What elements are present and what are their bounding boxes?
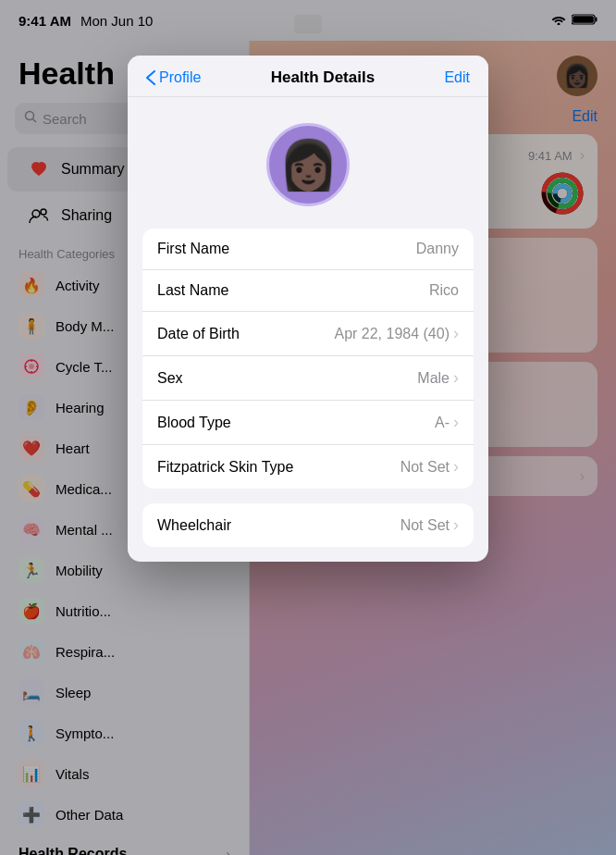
modal-edit-button[interactable]: Edit: [444, 69, 470, 86]
date-of-birth-row[interactable]: Date of Birth Apr 22, 1984 (40): [142, 312, 474, 356]
last-name-label: Last Name: [157, 282, 228, 299]
modal-avatar-section: 👩🏿: [128, 97, 488, 229]
last-name-row[interactable]: Last Name Rico: [142, 270, 474, 312]
modal-header: Profile Health Details Edit: [128, 56, 488, 97]
fitzpatrick-row[interactable]: Fitzpatrick Skin Type Not Set: [142, 445, 474, 489]
blood-type-value: A-: [435, 413, 459, 432]
wheelchair-label: Wheelchair: [157, 517, 231, 534]
fitzpatrick-label: Fitzpatrick Skin Type: [157, 459, 293, 476]
sex-row[interactable]: Sex Male: [142, 356, 474, 401]
wheelchair-section: Wheelchair Not Set: [142, 503, 474, 547]
first-name-value: Danny: [416, 241, 459, 257]
health-details-modal: Profile Health Details Edit 👩🏿 First Nam…: [128, 56, 488, 562]
wheelchair-value: Not Set: [400, 515, 459, 535]
personal-info-section: First Name Danny Last Name Rico Date of …: [142, 229, 474, 489]
date-of-birth-value: Apr 22, 1984 (40): [334, 324, 459, 343]
modal-avatar: 👩🏿: [266, 123, 350, 206]
first-name-label: First Name: [157, 241, 229, 257]
date-of-birth-label: Date of Birth: [157, 326, 240, 342]
modal-title: Health Details: [271, 68, 375, 87]
last-name-value: Rico: [429, 282, 459, 299]
blood-type-row[interactable]: Blood Type A-: [142, 401, 474, 445]
fitzpatrick-value: Not Set: [400, 457, 459, 477]
blood-type-label: Blood Type: [157, 415, 231, 431]
modal-back-button[interactable]: Profile: [146, 69, 201, 86]
modal-overlay: Profile Health Details Edit 👩🏿 First Nam…: [0, 0, 616, 855]
sex-value: Male: [417, 368, 459, 388]
first-name-row[interactable]: First Name Danny: [142, 229, 474, 270]
sex-label: Sex: [157, 370, 183, 387]
wheelchair-row[interactable]: Wheelchair Not Set: [142, 503, 474, 547]
